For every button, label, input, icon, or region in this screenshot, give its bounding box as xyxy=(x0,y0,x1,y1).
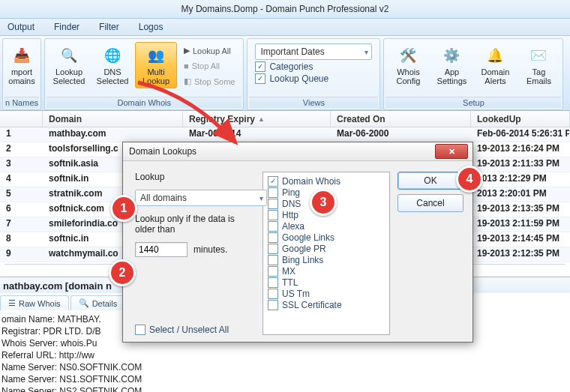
col-header-lookedup[interactable]: LookedUp xyxy=(471,111,570,127)
lookup-option[interactable]: Google PR xyxy=(268,244,385,254)
group-views: Important Dates ✓Categories ✓Lookup Queu… xyxy=(247,38,380,110)
lookup-option[interactable]: MX xyxy=(268,266,385,277)
magnifier-icon: 🔍 xyxy=(58,45,80,66)
alerts-icon: 🔔 xyxy=(484,45,506,66)
menu-logos[interactable]: Logos xyxy=(139,22,164,32)
views-combo[interactable]: Important Dates xyxy=(255,43,372,60)
menu-finder[interactable]: Finder xyxy=(54,22,80,32)
table-row[interactable]: 1mathbay.comMar-06-2014Mar-06-2000Feb-06… xyxy=(0,127,570,142)
magnifier-icon: 🔍 xyxy=(79,298,89,308)
col-header-created[interactable]: Created On xyxy=(331,111,471,127)
lookup-option[interactable]: US Tm xyxy=(268,289,385,299)
tag-emails-icon: ✉️ xyxy=(528,45,549,66)
text-icon: ☰ xyxy=(8,298,16,308)
config-icon: 🛠️ xyxy=(398,45,418,66)
import-icon: 📥 xyxy=(11,45,32,66)
multi-lookup-icon: 👥 xyxy=(146,45,166,66)
stop-all-button[interactable]: ■Stop All xyxy=(178,59,240,73)
group-import: 📥 mport omains n Names xyxy=(2,38,41,110)
lookup-option[interactable]: TTL xyxy=(268,277,385,288)
select-all-checkbox[interactable]: Select / Unselect All xyxy=(135,325,255,335)
dns-icon: 🌐 xyxy=(102,45,123,66)
lookup-scope-combo[interactable]: All domains xyxy=(135,190,267,206)
tab-details[interactable]: 🔍Details xyxy=(70,295,126,310)
lookup-option[interactable]: ✓Domain Whois xyxy=(268,176,385,187)
annotation-4: 4 xyxy=(456,166,483,193)
tag-emails-button[interactable]: ✉️TagEmails xyxy=(518,42,560,88)
lookup-label: Lookup xyxy=(135,172,255,182)
grid-header: Domain Registry Expiry▲ Created On Looke… xyxy=(0,111,570,127)
group-setup: 🛠️WhoisConfig ⚙️AppSettings 🔔DomainAlert… xyxy=(383,38,563,110)
ribbon: 📥 mport omains n Names 🔍 Lookup Selected… xyxy=(0,36,570,111)
lookup-queue-checkbox[interactable]: ✓Lookup Queue xyxy=(255,73,372,84)
group-title-names: n Names xyxy=(4,97,39,108)
stop-icon: ■ xyxy=(184,61,189,70)
lookup-option[interactable]: Google Links xyxy=(268,232,385,243)
tab-raw-whois[interactable]: ☰Raw Whois xyxy=(0,295,69,310)
menu-bar: Output Finder Filter Logos xyxy=(0,19,570,36)
dialog-close-button[interactable]: ✕ xyxy=(435,144,468,159)
lookup-selected-button[interactable]: 🔍 Lookup Selected xyxy=(48,42,90,88)
domain-lookups-dialog: Domain Lookups ✕ Lookup All domains Look… xyxy=(122,142,473,343)
play-icon: ▶ xyxy=(184,46,190,55)
lookup-option[interactable]: Alexa xyxy=(268,221,385,232)
app-window: My Domains.Domp - Domain Punch Professio… xyxy=(0,0,570,392)
categories-checkbox[interactable]: ✓Categories xyxy=(255,61,372,72)
sort-asc-icon: ▲ xyxy=(258,115,265,123)
import-domains-button[interactable]: 📥 mport omains xyxy=(6,42,38,88)
minutes-label: minutes. xyxy=(194,244,227,255)
col-header-number[interactable] xyxy=(0,111,43,127)
lookup-all-button[interactable]: ▶Lookup All xyxy=(178,43,240,58)
older-than-label: Lookup only if the data is older than xyxy=(135,214,255,235)
domain-alerts-button[interactable]: 🔔DomainAlerts xyxy=(474,42,516,88)
lookup-option[interactable]: Bing Links xyxy=(268,255,385,265)
menu-filter[interactable]: Filter xyxy=(99,22,119,32)
menu-output[interactable]: Output xyxy=(8,22,34,32)
ok-button[interactable]: OK xyxy=(398,172,464,190)
annotation-2: 2 xyxy=(109,259,136,286)
annotation-arrow xyxy=(123,79,258,154)
settings-icon: ⚙️ xyxy=(441,45,462,66)
window-title: My Domains.Domp - Domain Punch Professio… xyxy=(182,4,389,14)
whois-config-button[interactable]: 🛠️WhoisConfig xyxy=(387,42,429,88)
app-settings-button[interactable]: ⚙️AppSettings xyxy=(430,42,472,88)
cancel-button[interactable]: Cancel xyxy=(398,194,464,212)
annotation-1: 1 xyxy=(110,195,137,222)
group-title-views: Views xyxy=(249,97,378,108)
annotation-3: 3 xyxy=(310,189,337,216)
minutes-input[interactable] xyxy=(135,242,188,257)
title-bar: My Domains.Domp - Domain Punch Professio… xyxy=(0,0,570,19)
group-title-setup: Setup xyxy=(386,97,561,108)
lookup-option[interactable]: SSL Certificate xyxy=(268,300,385,310)
